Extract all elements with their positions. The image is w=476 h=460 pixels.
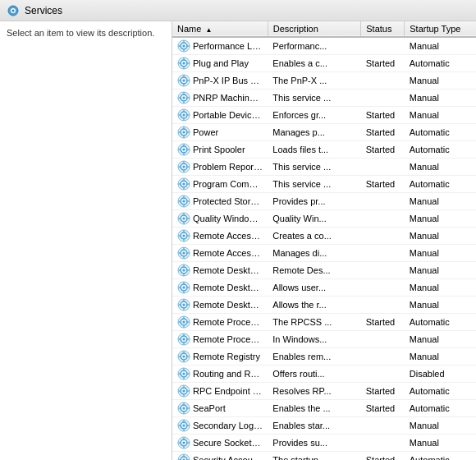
services-table: Name ▲ Description Status Startup Type (172, 21, 476, 460)
service-name-cell: Problem Reports a... (172, 159, 268, 176)
service-status-cell (361, 348, 405, 366)
service-description-cell: Manages p... (268, 124, 360, 141)
service-status-cell (361, 366, 405, 383)
table-row[interactable]: Problem Reports a...This service ...Manu… (172, 159, 476, 176)
service-description-cell: The RPCSS ... (268, 314, 360, 331)
service-description-cell: Manages di... (268, 245, 360, 262)
service-description-cell: In Windows... (268, 331, 360, 348)
table-row[interactable]: PNRP Machine Na...This service ...Manual (172, 90, 476, 107)
svg-point-47 (183, 149, 185, 151)
service-name-cell: Remote Procedur... (172, 314, 268, 331)
table-row[interactable]: Routing and Rem...Offers routi...Disable… (172, 366, 476, 383)
table-row[interactable]: Protected StorageProvides pr...Manual (172, 193, 476, 210)
service-description-cell: Enables the ... (268, 400, 360, 417)
table-row[interactable]: Secondary LogonEnables star...Manual (172, 417, 476, 435)
svg-point-103 (183, 287, 185, 289)
service-name-cell: Remote Desktop ... (172, 262, 268, 279)
svg-point-75 (183, 218, 185, 220)
table-row[interactable]: Remote Desktop S...Allows user...Manual (172, 279, 476, 297)
service-status-cell (361, 245, 405, 262)
service-icon (177, 57, 190, 70)
table-row[interactable]: Performance Logs...Performanc...Manual (172, 37, 476, 55)
table-row[interactable]: Print SpoolerLoads files t...StartedAuto… (172, 141, 476, 159)
service-name-cell: Power (172, 124, 268, 141)
service-icon (177, 160, 190, 173)
table-row[interactable]: Remote Desktop S...Allows the r...Manual (172, 297, 476, 314)
services-table-container[interactable]: Name ▲ Description Status Startup Type (172, 21, 476, 460)
table-row[interactable]: Plug and PlayEnables a c...StartedAutoma… (172, 55, 476, 72)
service-status-cell: Started (361, 55, 405, 72)
table-row[interactable]: Quality Windows ...Quality Win...Manual (172, 210, 476, 228)
svg-point-33 (183, 114, 185, 117)
service-description-cell: Enables star... (268, 417, 360, 435)
service-icon (177, 419, 190, 432)
service-icon (177, 229, 190, 242)
service-name-cell: Secure Socket Tun... (172, 435, 268, 452)
service-startup-cell: Manual (405, 90, 476, 107)
svg-point-166 (183, 442, 185, 444)
svg-point-5 (183, 45, 185, 48)
table-row[interactable]: Remote Desktop ...Remote Des...Manual (172, 262, 476, 279)
col-name[interactable]: Name ▲ (172, 21, 268, 37)
svg-point-152 (183, 407, 185, 410)
table-row[interactable]: Remote RegistryEnables rem...Manual (172, 348, 476, 366)
svg-point-12 (183, 62, 185, 65)
service-icon (177, 195, 190, 208)
table-row[interactable]: RPC Endpoint Ma...Resolves RP...StartedA… (172, 383, 476, 400)
svg-point-61 (183, 183, 185, 186)
left-panel: Select an item to view its description. (0, 21, 172, 460)
service-description-cell: Enforces gr... (268, 107, 360, 124)
service-startup-cell: Manual (405, 37, 476, 55)
service-name-cell: Security Accounts... (172, 452, 268, 461)
service-description-cell: Enables a c... (268, 55, 360, 72)
table-row[interactable]: Portable Device E...Enforces gr...Starte… (172, 107, 476, 124)
table-row[interactable]: SeaPortEnables the ...StartedAutomatic (172, 400, 476, 417)
service-startup-cell: Automatic (405, 124, 476, 141)
service-status-cell (361, 435, 405, 452)
service-startup-cell: Manual (405, 279, 476, 297)
service-icon (177, 333, 190, 346)
service-startup-cell: Disabled (405, 366, 476, 383)
table-row[interactable]: PnP-X IP Bus Enu...The PnP-X ...Manual (172, 72, 476, 90)
service-status-cell (361, 331, 405, 348)
service-description-cell: Creates a co... (268, 228, 360, 245)
svg-point-2 (12, 9, 15, 12)
svg-point-145 (183, 390, 185, 393)
service-icon (177, 143, 190, 156)
col-startup[interactable]: Startup Type (405, 21, 476, 37)
table-row[interactable]: Remote Access C...Manages di...Manual (172, 245, 476, 262)
service-name-cell: Protected Storage (172, 193, 268, 210)
service-description-cell: Provides pr... (268, 193, 360, 210)
service-description-cell: Enables rem... (268, 348, 360, 366)
sort-arrow: ▲ (205, 26, 212, 34)
table-row[interactable]: PowerManages p...StartedAutomatic (172, 124, 476, 141)
col-status[interactable]: Status (361, 21, 405, 37)
service-status-cell: Started (361, 400, 405, 417)
title-bar: Services (0, 0, 476, 21)
svg-point-159 (183, 425, 185, 427)
svg-point-117 (183, 321, 185, 324)
service-name-cell: PNRP Machine Na... (172, 90, 268, 107)
table-row[interactable]: Remote Access A...Creates a co...Manual (172, 228, 476, 245)
service-description-cell: This service ... (268, 159, 360, 176)
service-name-cell: RPC Endpoint Ma... (172, 383, 268, 400)
service-name-cell: Print Spooler (172, 141, 268, 159)
col-description[interactable]: Description (268, 21, 360, 37)
window-body: Select an item to view its description. … (0, 21, 476, 460)
table-row[interactable]: Remote Procedur...The RPCSS ...StartedAu… (172, 314, 476, 331)
service-description-cell: Loads files t... (268, 141, 360, 159)
service-startup-cell: Manual (405, 159, 476, 176)
service-name-cell: Remote Access A... (172, 228, 268, 245)
service-name-cell: Secondary Logon (172, 417, 268, 435)
table-row[interactable]: Secure Socket Tun...Provides su...Manual (172, 435, 476, 452)
service-icon (177, 91, 190, 104)
service-icon (177, 453, 190, 460)
svg-point-110 (183, 304, 185, 306)
table-row[interactable]: Remote Procedur...In Windows...Manual (172, 331, 476, 348)
table-body: Performance Logs...Performanc...Manual P… (172, 37, 476, 460)
service-status-cell (361, 279, 405, 297)
table-row[interactable]: Security Accounts...The startup ...Start… (172, 452, 476, 461)
service-description-cell: Quality Win... (268, 210, 360, 228)
table-row[interactable]: Program Compati...This service ...Starte… (172, 176, 476, 193)
svg-point-82 (183, 235, 185, 237)
